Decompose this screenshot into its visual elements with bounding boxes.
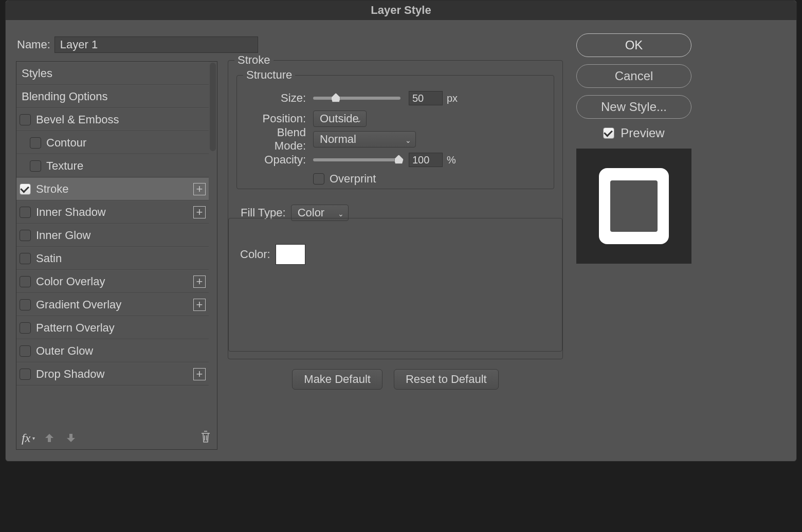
layer-name-input[interactable]: [54, 36, 258, 53]
ok-button[interactable]: OK: [576, 33, 691, 57]
structure-legend: Structure: [243, 68, 295, 82]
styles-list: Styles Blending Options Bevel & EmbossCo…: [16, 62, 209, 427]
size-input[interactable]: [409, 91, 443, 105]
size-slider[interactable]: [313, 97, 400, 100]
sidebar-item-inner-glow[interactable]: Inner Glow: [16, 224, 209, 247]
opacity-unit: %: [447, 154, 456, 166]
effect-label: Outer Glow: [36, 344, 93, 358]
effect-label: Drop Shadow: [36, 368, 104, 381]
sidebar-item-inner-shadow[interactable]: Inner Shadow+: [16, 200, 209, 224]
chevron-down-icon: ⌄: [356, 116, 362, 124]
effect-label: Gradient Overlay: [36, 298, 121, 311]
opacity-label: Opacity:: [245, 153, 306, 167]
chevron-down-icon: ⌄: [338, 210, 344, 218]
styles-label: Styles: [22, 67, 52, 80]
styles-footer: fx ▾: [16, 427, 217, 449]
opacity-slider[interactable]: [313, 158, 400, 161]
cancel-button[interactable]: Cancel: [576, 64, 691, 88]
styles-scrollbar[interactable]: [209, 62, 217, 427]
add-effect-icon[interactable]: +: [193, 183, 206, 195]
sidebar-item-drop-shadow[interactable]: Drop Shadow+: [16, 362, 209, 386]
effect-checkbox[interactable]: [20, 253, 31, 264]
fill-group: Color:: [228, 218, 562, 352]
preview-checkbox[interactable]: [603, 127, 614, 139]
effect-label: Contour: [46, 136, 86, 150]
color-label: Color:: [240, 248, 270, 261]
effect-label: Inner Glow: [36, 229, 90, 242]
sidebar-item-styles[interactable]: Styles: [16, 62, 209, 85]
effect-checkbox[interactable]: [30, 137, 41, 149]
move-up-icon[interactable]: [42, 431, 57, 445]
effect-label: Stroke: [36, 182, 69, 196]
effect-label: Satin: [36, 252, 62, 265]
position-label: Position:: [245, 112, 306, 125]
layer-style-dialog: Layer Style Name: Styles Blending Option…: [5, 0, 797, 462]
preview-inner: [610, 180, 658, 232]
effect-checkbox[interactable]: [20, 230, 31, 241]
size-label: Size:: [245, 91, 306, 105]
effect-checkbox[interactable]: [30, 160, 41, 172]
overprint-checkbox[interactable]: [313, 173, 324, 185]
effect-label: Color Overlay: [36, 275, 105, 288]
blend-mode-dropdown[interactable]: Normal⌄: [313, 131, 416, 148]
styles-list-panel: Styles Blending Options Bevel & EmbossCo…: [16, 61, 217, 450]
blending-label: Blending Options: [22, 90, 108, 103]
effect-checkbox[interactable]: [20, 114, 31, 125]
chevron-down-icon: ⌄: [405, 136, 411, 144]
add-effect-icon[interactable]: +: [193, 368, 206, 380]
sidebar-item-color-overlay[interactable]: Color Overlay+: [16, 270, 209, 293]
fx-menu-icon[interactable]: fx: [22, 431, 30, 445]
reset-default-button[interactable]: Reset to Default: [394, 369, 499, 390]
effect-checkbox[interactable]: [20, 276, 31, 287]
effect-checkbox[interactable]: [20, 184, 31, 195]
effect-label: Texture: [46, 159, 83, 173]
dialog-title: Layer Style: [6, 1, 796, 20]
effect-checkbox[interactable]: [20, 299, 31, 310]
stroke-settings-panel: Stroke Structure Size: px Position: Outs…: [228, 60, 563, 359]
structure-group: Structure Size: px Position: Outside⌄ Bl…: [236, 75, 554, 189]
action-panel: OK Cancel New Style... Preview: [576, 33, 691, 264]
add-effect-icon[interactable]: +: [193, 299, 206, 311]
effect-checkbox[interactable]: [20, 345, 31, 357]
preview-label: Preview: [621, 126, 664, 140]
opacity-input[interactable]: [409, 153, 443, 167]
sidebar-item-satin[interactable]: Satin: [16, 247, 209, 270]
sidebar-item-outer-glow[interactable]: Outer Glow: [16, 339, 209, 362]
effect-label: Inner Shadow: [36, 206, 106, 219]
name-label: Name:: [17, 38, 50, 51]
opacity-slider-handle[interactable]: [394, 155, 404, 164]
preview-shape: [599, 168, 669, 244]
make-default-button[interactable]: Make Default: [292, 369, 382, 390]
color-swatch[interactable]: [276, 244, 305, 265]
size-unit: px: [447, 93, 458, 104]
effect-label: Pattern Overlay: [36, 321, 115, 335]
sidebar-item-pattern-overlay[interactable]: Pattern Overlay: [16, 316, 209, 339]
fx-caret-icon: ▾: [32, 435, 35, 441]
size-slider-handle[interactable]: [331, 93, 340, 102]
sidebar-item-blending-options[interactable]: Blending Options: [16, 85, 209, 108]
sidebar-item-contour[interactable]: Contour: [16, 131, 209, 154]
position-dropdown[interactable]: Outside⌄: [313, 111, 367, 127]
new-style-button[interactable]: New Style...: [576, 95, 691, 119]
effect-checkbox[interactable]: [20, 369, 31, 380]
blend-mode-label: Blend Mode:: [245, 126, 306, 153]
trash-icon[interactable]: [199, 430, 212, 446]
stroke-legend: Stroke: [234, 53, 274, 67]
scrollbar-thumb[interactable]: [210, 63, 216, 151]
effect-checkbox[interactable]: [20, 207, 31, 218]
add-effect-icon[interactable]: +: [193, 276, 206, 288]
overprint-label: Overprint: [330, 172, 376, 186]
dialog-content: Name: Styles Blending Options Bevel & Em…: [6, 20, 796, 461]
move-down-icon[interactable]: [64, 431, 78, 445]
sidebar-item-bevel-emboss[interactable]: Bevel & Emboss: [16, 108, 209, 131]
sidebar-item-gradient-overlay[interactable]: Gradient Overlay+: [16, 293, 209, 316]
add-effect-icon[interactable]: +: [193, 206, 206, 218]
sidebar-item-texture[interactable]: Texture: [16, 154, 209, 177]
sidebar-item-stroke[interactable]: Stroke+: [16, 177, 209, 200]
preview-thumbnail: [576, 149, 691, 264]
effect-label: Bevel & Emboss: [36, 113, 119, 126]
effect-checkbox[interactable]: [20, 322, 31, 334]
